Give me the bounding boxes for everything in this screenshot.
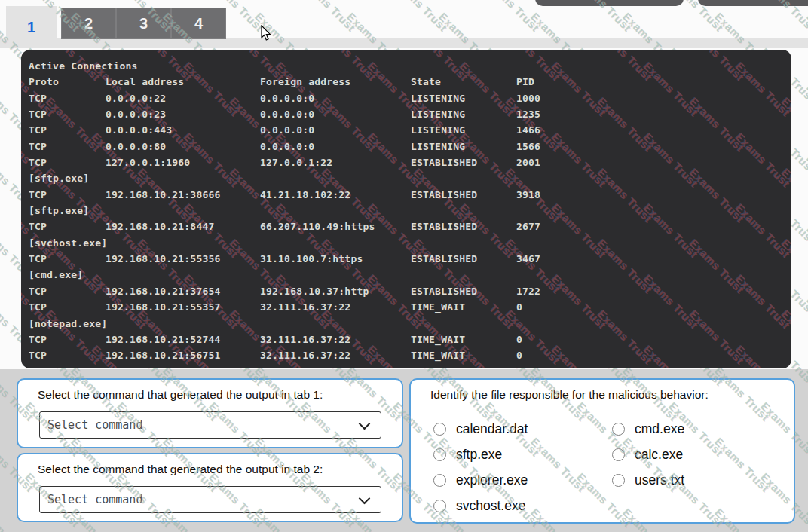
radio-button-icon[interactable]	[433, 500, 446, 512]
local-address-cell: 192.168.10.21:52744	[106, 334, 221, 345]
proto-cell: TCP	[29, 221, 47, 232]
terminal-line: [sftp.exe]	[21, 171, 791, 187]
pid-cell: 1566	[516, 141, 540, 152]
pid-cell: 0	[516, 334, 522, 345]
state-cell: TIME_WAIT	[411, 334, 465, 345]
radio-button-icon[interactable]	[433, 448, 446, 461]
foreign-address-cell: 32.111.16.37:22	[260, 301, 350, 313]
foreign-address-cell: Foreign address	[260, 76, 350, 87]
radio-option-calendar-dat[interactable]: calendar.dat	[433, 416, 607, 442]
watermark-text: Exams Trust	[298, 0, 358, 34]
terminal-line: TCP192.168.10.21:5675132.111.16.37:22TIM…	[21, 348, 791, 364]
terminal-line: TCP0.0.0.0:4430.0.0.0:0LISTENING1466	[21, 123, 791, 139]
terminal-line: ProtoLocal addressForeign addressStatePI…	[21, 75, 791, 90]
radio-column-2: cmd.execalc.exeusers.txt	[612, 416, 785, 493]
state-cell: LISTENING	[411, 109, 465, 120]
tab2-command-select[interactable]: Select command	[39, 486, 381, 513]
terminal-line: TCP192.168.10.21:37654192.168.10.37:http…	[21, 284, 791, 300]
radio-option-label: svchost.exe	[456, 498, 525, 514]
pid-cell: 1235	[516, 109, 540, 120]
local-address-cell: 192.168.10.21:38666	[106, 189, 221, 200]
proto-cell: TCP	[29, 286, 47, 297]
exam-question-page: 1 2 3 4 Exams TrustExams TrustExams Trus…	[0, 0, 808, 532]
tab-3[interactable]: 3	[116, 8, 171, 39]
top-partial-button-1[interactable]	[535, 0, 684, 6]
tab-1-active[interactable]: 1	[6, 6, 57, 48]
watermark-text: Exams Trust	[804, 222, 808, 282]
radio-button-icon[interactable]	[433, 474, 446, 487]
question-label-malicious-file: Identify the file responsible for the ma…	[430, 388, 709, 402]
terminal-line: Active Connections	[21, 59, 791, 75]
tab-strip	[0, 38, 808, 48]
foreign-address-cell: 32.111.16.37:22	[260, 334, 350, 345]
local-address-cell: 0.0.0.0:23	[106, 109, 166, 120]
local-address-cell: 192.168.10.21:55356	[106, 253, 221, 264]
pid-cell: 1000	[516, 93, 540, 104]
terminal-line: [svchost.exe]	[21, 236, 791, 252]
tab-3-label: 3	[139, 15, 148, 32]
radio-button-icon[interactable]	[612, 474, 625, 487]
terminal-line: [notepad.exe]	[21, 316, 791, 332]
process-name-cell: [sftp.exe]	[29, 205, 89, 216]
terminal-line: [cmd.exe]	[21, 268, 791, 283]
process-name-cell: [sftp.exe]	[29, 173, 89, 184]
chevron-down-icon	[359, 417, 371, 430]
process-name-cell: [notepad.exe]	[29, 318, 107, 329]
pid-cell: 0	[516, 301, 522, 313]
process-name-cell: Active Connections	[29, 60, 137, 72]
tab1-command-select[interactable]: Select command	[39, 411, 381, 439]
pid-cell: 2001	[516, 157, 540, 168]
radio-option-label: sftp.exe	[456, 447, 502, 463]
pid-cell: 0	[516, 350, 522, 361]
radio-option-users-txt[interactable]: users.txt	[612, 467, 785, 493]
foreign-address-cell: 0.0.0.0:0	[260, 141, 314, 152]
state-cell: ESTABLISHED	[411, 189, 477, 200]
foreign-address-cell: 41.21.18.102:22	[260, 189, 350, 200]
local-address-cell: 127.0.0.1:1960	[106, 157, 190, 168]
question-label-tab2: Select the command that generated the ou…	[38, 463, 323, 476]
radio-option-explorer-exe[interactable]: explorer.exe	[433, 467, 607, 493]
pid-cell: 3467	[516, 253, 540, 264]
question-panel-tab2-command: Select the command that generated the ou…	[17, 453, 403, 522]
proto-cell: TCP	[29, 350, 47, 361]
proto-cell: TCP	[29, 124, 47, 136]
local-address-cell: 0.0.0.0:22	[106, 93, 166, 104]
foreign-address-cell: 127.0.0.1:22	[260, 157, 332, 168]
tab-4[interactable]: 4	[171, 8, 226, 39]
question-panel-malicious-file: Identify the file responsible for the ma…	[409, 378, 795, 524]
radio-option-calc-exe[interactable]: calc.exe	[612, 442, 785, 467]
radio-option-label: users.txt	[635, 472, 684, 488]
state-cell: LISTENING	[411, 93, 465, 104]
tab-2[interactable]: 2	[61, 8, 116, 39]
local-address-cell: 192.168.10.21:56751	[106, 350, 221, 361]
watermark-text: Exams Trust	[804, 81, 808, 140]
top-partial-button-2[interactable]	[698, 0, 808, 6]
proto-cell: TCP	[29, 157, 47, 168]
watermark-text: Exams Trust	[804, 293, 808, 353]
state-cell: ESTABLISHED	[411, 157, 477, 168]
tab1-command-select-value: Select command	[40, 418, 360, 432]
radio-button-icon[interactable]	[433, 423, 446, 436]
proto-cell: TCP	[29, 301, 47, 313]
tab-1-label: 1	[27, 19, 35, 36]
proto-cell: TCP	[29, 109, 47, 120]
process-name-cell: [cmd.exe]	[29, 269, 83, 280]
foreign-address-cell: 31.10.100.7:https	[260, 253, 363, 264]
proto-cell: TCP	[29, 141, 47, 152]
foreign-address-cell: 0.0.0.0:0	[260, 93, 314, 104]
tab2-command-select-value: Select command	[40, 493, 360, 506]
state-cell: State	[411, 76, 441, 87]
local-address-cell: 192.168.10.21:55357	[106, 301, 221, 313]
radio-option-sftp-exe[interactable]: sftp.exe	[433, 442, 607, 467]
proto-cell: TCP	[29, 93, 47, 104]
proto-cell: Proto	[29, 76, 59, 87]
radio-option-label: calc.exe	[635, 447, 683, 463]
radio-option-svchost-exe[interactable]: svchost.exe	[433, 493, 607, 518]
pid-cell: 1466	[516, 124, 540, 136]
radio-option-cmd-exe[interactable]: cmd.exe	[612, 416, 785, 442]
watermark-text: Exams Trust	[804, 151, 808, 211]
radio-button-icon[interactable]	[612, 423, 625, 436]
radio-button-icon[interactable]	[612, 448, 625, 461]
watermark-text: Exams Trust	[482, 0, 542, 34]
state-cell: ESTABLISHED	[411, 286, 477, 297]
